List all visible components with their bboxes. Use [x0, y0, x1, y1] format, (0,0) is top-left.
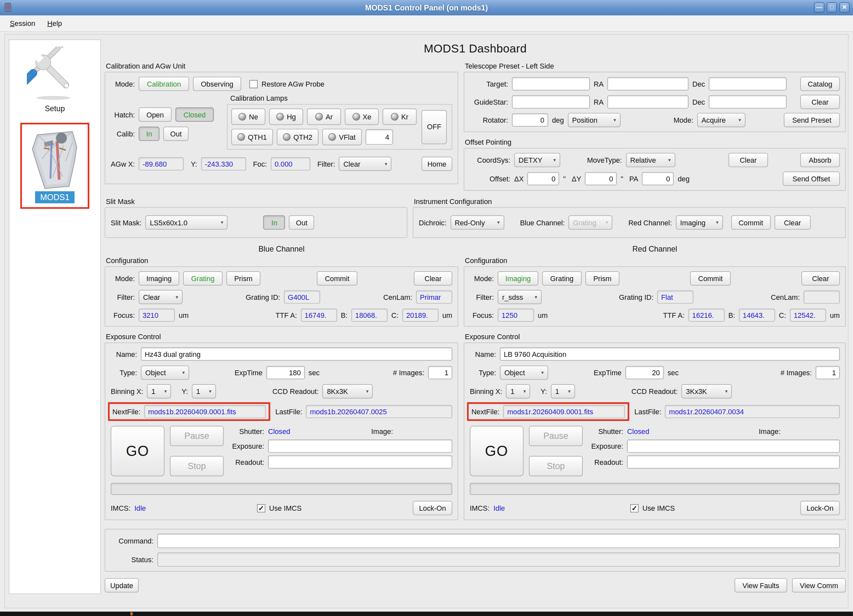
agw-filter-select[interactable]: Clear▾	[339, 157, 392, 171]
red-type-select[interactable]: Object▾	[500, 366, 548, 379]
absorb-button[interactable]: Absorb	[800, 153, 839, 167]
dichroic-select[interactable]: Red-Only▾	[451, 215, 504, 230]
catalog-button[interactable]: Catalog	[800, 77, 839, 91]
red-channel-select[interactable]: Imaging▾	[676, 215, 723, 230]
hatch-open-button[interactable]: Open	[139, 107, 172, 121]
restore-agw-checkbox[interactable]	[249, 80, 258, 88]
target-input[interactable]	[512, 77, 590, 91]
lamp-qth1-button[interactable]: QTH1	[231, 129, 273, 145]
red-name-input[interactable]: LB 9760 Acquisition	[500, 347, 840, 361]
rotator-mode-select[interactable]: Position▾	[568, 113, 620, 127]
guidestar-ra-input[interactable]	[607, 96, 688, 109]
view-faults-button[interactable]: View Faults	[735, 578, 787, 592]
red-images-input[interactable]: 1	[816, 366, 840, 379]
red-exptime-input[interactable]: 20	[625, 366, 664, 379]
view-comm-button[interactable]: View Comm	[792, 578, 846, 592]
agw-foc-field[interactable]: 0.000	[271, 158, 310, 171]
target-ra-input[interactable]	[607, 77, 688, 91]
blue-ttf-b-field[interactable]: 18068.	[351, 309, 387, 322]
red-ttf-c-field[interactable]: 12542.	[790, 309, 826, 322]
slit-out-button[interactable]: Out	[289, 215, 314, 230]
lamp-xe-button[interactable]: Xe	[345, 109, 379, 125]
telescope-clear-button[interactable]: Clear	[800, 95, 839, 109]
slit-mask-select[interactable]: LS5x60x1.0▾	[145, 215, 228, 230]
preset-mode-select[interactable]: Acquire▾	[697, 113, 745, 127]
red-mode-grating-button[interactable]: Grating	[542, 271, 581, 285]
guidestar-input[interactable]	[512, 96, 590, 109]
red-stop-button[interactable]: Stop	[529, 456, 583, 476]
red-binning-y-select[interactable]: 1▾	[551, 384, 575, 398]
red-cenlam-field[interactable]	[803, 291, 839, 304]
blue-ttf-c-field[interactable]: 20189.	[402, 309, 438, 322]
blue-lastfile-field[interactable]: mods1b.20260407.0025	[306, 405, 452, 418]
red-exposure-field[interactable]	[627, 440, 839, 453]
app-icon[interactable]	[3, 3, 12, 12]
red-binning-x-select[interactable]: 1▾	[506, 384, 531, 398]
lamp-qth2-button[interactable]: QTH2	[277, 129, 319, 145]
red-focus-field[interactable]: 1250	[498, 309, 534, 322]
menu-help[interactable]: Help	[43, 17, 66, 29]
slit-in-button[interactable]: In	[263, 215, 285, 230]
lamp-hg-button[interactable]: Hg	[269, 109, 303, 125]
red-ttf-a-field[interactable]: 16216.	[688, 309, 724, 322]
rotator-input[interactable]: 0	[512, 114, 548, 127]
send-offset-button[interactable]: Send Offset	[783, 171, 840, 186]
blue-go-button[interactable]: GO	[111, 426, 165, 476]
close-button[interactable]: ✕	[839, 2, 850, 13]
lamp-kr-button[interactable]: Kr	[382, 109, 417, 125]
blue-channel-select[interactable]: Grating▾	[569, 215, 613, 230]
blue-name-input[interactable]: Hz43 dual grating	[141, 347, 452, 361]
red-readout-field[interactable]	[627, 455, 839, 469]
instrument-commit-button[interactable]: Commit	[731, 215, 770, 230]
red-mode-imaging-button[interactable]: Imaging	[498, 271, 538, 285]
red-pause-button[interactable]: Pause	[529, 426, 583, 446]
blue-exptime-input[interactable]: 180	[266, 366, 305, 379]
blue-config-commit-button[interactable]: Commit	[317, 271, 358, 285]
blue-binning-y-select[interactable]: 1▾	[192, 384, 216, 398]
blue-config-clear-button[interactable]: Clear	[414, 271, 452, 285]
red-config-commit-button[interactable]: Commit	[690, 271, 731, 285]
lamp-count-input[interactable]: 4	[366, 129, 393, 145]
offset-clear-button[interactable]: Clear	[729, 153, 768, 167]
sidebar-item-setup[interactable]: Setup	[9, 47, 100, 113]
blue-images-input[interactable]: 1	[428, 366, 452, 379]
red-lastfile-field[interactable]: mods1r.20260407.0034	[665, 405, 839, 418]
blue-ttf-a-field[interactable]: 16749.	[301, 309, 337, 322]
red-lock-on-button[interactable]: Lock-On	[800, 501, 839, 515]
minimize-button[interactable]: —	[814, 2, 824, 13]
calib-out-button[interactable]: Out	[163, 127, 189, 141]
blue-cenlam-field[interactable]: Primar	[416, 291, 452, 304]
blue-use-imcs-checkbox[interactable]: ✓	[257, 504, 266, 512]
blue-readout-field[interactable]	[268, 455, 452, 469]
offset-dy-input[interactable]: 0	[585, 172, 617, 185]
red-filter-select[interactable]: r_sdss▾	[498, 290, 542, 304]
calibration-mode-button[interactable]: Calibration	[139, 77, 189, 91]
calib-in-button[interactable]: In	[139, 127, 159, 141]
blue-mode-imaging-button[interactable]: Imaging	[139, 271, 179, 285]
menu-session[interactable]: Session	[6, 17, 40, 29]
blue-grating-id-field[interactable]: G400L	[284, 291, 320, 304]
red-go-button[interactable]: GO	[470, 426, 524, 476]
target-dec-input[interactable]	[709, 77, 787, 91]
lamp-vflat-button[interactable]: VFlat	[322, 129, 361, 145]
red-ttf-b-field[interactable]: 14643.	[739, 309, 775, 322]
blue-mode-grating-button[interactable]: Grating	[183, 271, 222, 285]
maximize-button[interactable]: □	[827, 2, 837, 13]
red-use-imcs-checkbox[interactable]: ✓	[630, 504, 639, 512]
command-input[interactable]	[158, 534, 840, 548]
blue-type-select[interactable]: Object▾	[141, 366, 189, 379]
blue-nextfile-field[interactable]: mods1b.20260409.0001.fits	[144, 405, 266, 418]
red-grating-id-field[interactable]: Flat	[657, 291, 693, 304]
observing-mode-button[interactable]: Observing	[193, 77, 241, 91]
blue-lock-on-button[interactable]: Lock-On	[413, 501, 452, 515]
instrument-clear-button[interactable]: Clear	[774, 215, 811, 230]
guidestar-dec-input[interactable]	[709, 96, 787, 109]
blue-binning-x-select[interactable]: 1▾	[147, 384, 171, 398]
lamps-off-button[interactable]: OFF	[422, 110, 447, 144]
lamp-ne-button[interactable]: Ne	[231, 109, 266, 125]
blue-pause-button[interactable]: Pause	[170, 426, 224, 446]
red-ccd-readout-select[interactable]: 3Kx3K▾	[681, 384, 732, 398]
update-button[interactable]: Update	[105, 578, 139, 592]
offset-pa-input[interactable]: 0	[642, 172, 674, 185]
agw-y-field[interactable]: -243.330	[201, 158, 246, 171]
